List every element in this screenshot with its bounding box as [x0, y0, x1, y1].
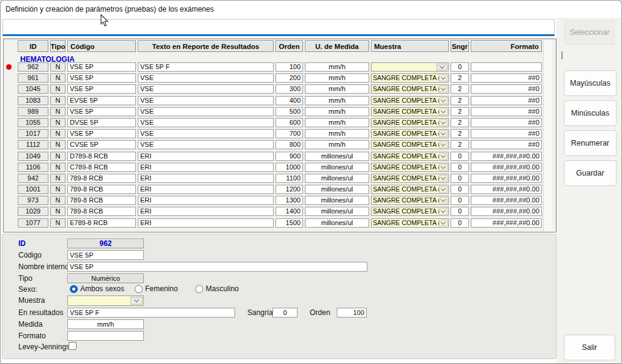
- cell-medida[interactable]: millones/ul: [305, 218, 369, 228]
- muestra-dropdown[interactable]: SANGRE COMPLETA (: [371, 185, 449, 194]
- cell-codigo[interactable]: DVSE 5P: [67, 118, 136, 127]
- cell-medida[interactable]: mm/h: [305, 118, 369, 127]
- cell-id[interactable]: 1045: [18, 84, 48, 94]
- sexo-radio-masculino[interactable]: Masculino: [195, 284, 239, 293]
- column-header-tipo[interactable]: Tipo: [50, 40, 66, 52]
- cell-id[interactable]: 962: [18, 62, 48, 72]
- minusculas-button[interactable]: Minúsculas: [564, 100, 616, 126]
- muestra-form-dropdown[interactable]: [67, 295, 144, 306]
- cell-id[interactable]: 1001: [18, 185, 48, 194]
- cell-sngr[interactable]: 2: [451, 107, 469, 116]
- cell-medida[interactable]: millones/ul: [305, 207, 369, 216]
- cell-formato[interactable]: ##0: [471, 73, 542, 83]
- cell-medida[interactable]: mm/h: [305, 96, 369, 105]
- vertical-scrollbar-thumb[interactable]: [561, 51, 563, 59]
- column-header-sngr[interactable]: Sngr: [451, 40, 469, 52]
- cell-codigo[interactable]: 789-8 RCB: [67, 174, 136, 183]
- cell-medida[interactable]: millones/ul: [305, 174, 369, 183]
- cell-orden[interactable]: 600: [275, 118, 303, 127]
- cell-sngr[interactable]: 2: [451, 73, 469, 83]
- column-header-formato[interactable]: Formato: [471, 40, 542, 52]
- cell-formato[interactable]: ##0: [471, 96, 542, 105]
- cell-orden[interactable]: 500: [275, 107, 303, 116]
- cell-orden[interactable]: 1200: [275, 185, 303, 194]
- codigo-field[interactable]: VSE 5P: [67, 250, 144, 260]
- cell-texto[interactable]: ERI: [138, 163, 274, 172]
- cell-id[interactable]: 961: [18, 73, 48, 83]
- cell-sngr[interactable]: 0: [451, 62, 469, 72]
- radio-icon[interactable]: [135, 285, 143, 293]
- cell-formato[interactable]: ##0: [471, 140, 542, 149]
- cell-sngr[interactable]: 2: [451, 84, 469, 94]
- column-header-texto[interactable]: Texto en Reporte de Resultados: [138, 40, 274, 52]
- cell-sngr[interactable]: 2: [451, 140, 469, 149]
- cell-id[interactable]: 1055: [18, 118, 48, 127]
- cell-texto[interactable]: VSE: [138, 118, 274, 127]
- cell-codigo[interactable]: 789-8 RCB: [67, 185, 136, 194]
- filter-input[interactable]: [2, 19, 555, 36]
- cell-formato[interactable]: ##0: [471, 118, 542, 127]
- levey-jennings-checkbox[interactable]: [69, 342, 77, 350]
- cell-texto[interactable]: VSE 5P F: [138, 62, 274, 72]
- cell-codigo[interactable]: VSE 5P: [67, 73, 136, 83]
- cell-orden[interactable]: 1100: [275, 174, 303, 183]
- cell-texto[interactable]: VSE: [138, 84, 274, 94]
- muestra-dropdown[interactable]: SANGRE COMPLETA (: [371, 163, 449, 172]
- cell-codigo[interactable]: E789-8 RCB: [67, 218, 136, 228]
- muestra-dropdown[interactable]: SANGRE COMPLETA (: [371, 140, 449, 149]
- muestra-dropdown[interactable]: SANGRE COMPLETA (: [371, 107, 449, 116]
- cell-texto[interactable]: ERI: [138, 185, 274, 194]
- cell-texto[interactable]: ERI: [138, 152, 274, 161]
- cell-tipo[interactable]: N: [50, 118, 66, 127]
- cell-tipo[interactable]: N: [50, 185, 66, 194]
- cell-id[interactable]: 1077: [18, 218, 48, 228]
- salir-button[interactable]: Salir: [564, 335, 615, 360]
- cell-codigo[interactable]: EVSE 5P: [67, 96, 136, 105]
- cell-formato[interactable]: ##0: [471, 129, 542, 138]
- cell-texto[interactable]: VSE: [138, 140, 274, 149]
- cell-tipo[interactable]: N: [50, 174, 66, 183]
- cell-id[interactable]: 942: [18, 174, 48, 183]
- formato-field[interactable]: [67, 331, 144, 341]
- sexo-radio-femenino[interactable]: Femenino: [135, 284, 178, 293]
- cell-tipo[interactable]: N: [50, 152, 66, 161]
- cell-orden[interactable]: 1500: [275, 218, 303, 228]
- cell-orden[interactable]: 1300: [275, 196, 303, 205]
- cell-sngr[interactable]: 2: [451, 129, 469, 138]
- cell-tipo[interactable]: N: [50, 140, 66, 149]
- muestra-dropdown[interactable]: SANGRE COMPLETA (: [371, 207, 449, 216]
- radio-icon[interactable]: [70, 285, 78, 293]
- guardar-button[interactable]: Guardar: [564, 160, 616, 186]
- medida-field[interactable]: mm/h: [67, 319, 144, 329]
- cell-formato[interactable]: [471, 62, 542, 72]
- cell-orden[interactable]: 900: [275, 152, 303, 161]
- cell-tipo[interactable]: N: [50, 96, 66, 105]
- cell-orden[interactable]: 400: [275, 96, 303, 105]
- cell-medida[interactable]: millones/ul: [305, 152, 369, 161]
- en-resultados-field[interactable]: VSE 5P F: [67, 308, 235, 318]
- muestra-dropdown[interactable]: SANGRE COMPLETA (: [371, 118, 449, 127]
- muestra-dropdown[interactable]: SANGRE COMPLETA (: [371, 196, 449, 205]
- cell-orden[interactable]: 1000: [275, 163, 303, 172]
- cell-medida[interactable]: millones/ul: [305, 196, 369, 205]
- cell-id[interactable]: 1029: [18, 207, 48, 216]
- cell-orden[interactable]: 100: [275, 62, 303, 72]
- cell-sngr[interactable]: 2: [451, 96, 469, 105]
- muestra-dropdown[interactable]: SANGRE COMPLETA (: [371, 152, 449, 161]
- cell-formato[interactable]: ###,###,##0.00: [471, 218, 542, 228]
- sangria-field[interactable]: 0: [272, 308, 298, 318]
- muestra-dropdown[interactable]: SANGRE COMPLETA (: [371, 84, 449, 94]
- cell-orden[interactable]: 300: [275, 84, 303, 94]
- cell-id[interactable]: 1083: [18, 96, 48, 105]
- cell-medida[interactable]: mm/h: [305, 129, 369, 138]
- cell-tipo[interactable]: N: [50, 207, 66, 216]
- cell-codigo[interactable]: CVSE 5P: [67, 140, 136, 149]
- cell-id[interactable]: 1106: [18, 163, 48, 172]
- muestra-dropdown[interactable]: SANGRE COMPLETA (: [371, 174, 449, 183]
- muestra-dropdown[interactable]: SANGRE COMPLETA (: [371, 218, 449, 228]
- cell-tipo[interactable]: N: [50, 84, 66, 94]
- cell-formato[interactable]: ###,###,##0.00: [471, 152, 542, 161]
- cell-codigo[interactable]: VSE 5P: [67, 62, 136, 72]
- radio-icon[interactable]: [195, 285, 203, 293]
- cell-codigo[interactable]: VSE 5P: [67, 129, 136, 138]
